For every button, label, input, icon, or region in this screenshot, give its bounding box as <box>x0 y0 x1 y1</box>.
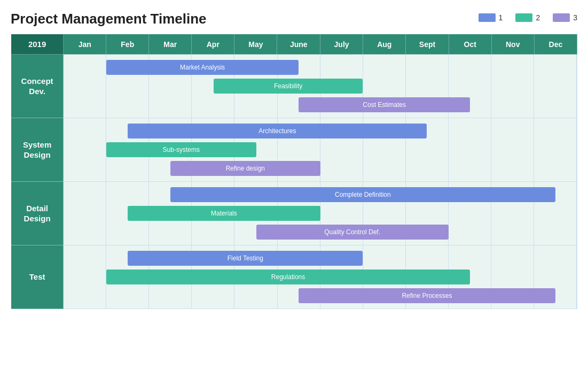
bar-label-test-1: Regulations <box>106 270 470 284</box>
bar-test-2: Refine Processes <box>64 288 577 303</box>
month-header-feb: Feb <box>106 34 149 55</box>
month-header-june: June <box>277 34 320 55</box>
bar-label-detail-design-2: Quality Control Def. <box>256 225 449 240</box>
bar-label-concept-dev-1: Feasibility <box>214 79 363 94</box>
bar-label-detail-design-1: Materials <box>128 206 320 221</box>
bar-system-design-1: Sub-systems <box>64 142 577 157</box>
bar-label-system-design-0: Architectures <box>128 124 427 138</box>
bar-concept-dev-0: Market Analysis <box>64 60 577 75</box>
month-header-dec: Dec <box>534 34 577 55</box>
month-header-nov: Nov <box>491 34 534 55</box>
bar-detail-design-2: Quality Control Def. <box>64 225 577 240</box>
legend: 123 <box>479 13 577 22</box>
month-header-may: May <box>234 34 277 55</box>
section-label-test: Test <box>11 245 64 309</box>
month-header-oct: Oct <box>449 34 491 55</box>
month-header-jan: Jan <box>64 34 106 55</box>
legend-item-1: 1 <box>479 13 503 22</box>
bar-label-detail-design-0: Complete Definition <box>170 187 555 202</box>
section-content-concept-dev: Market AnalysisFeasibilityCost Estimates <box>64 55 577 118</box>
section-content-system-design: ArchitecturesSub-systemsRefine design <box>64 118 577 182</box>
month-header-apr: Apr <box>192 34 234 55</box>
bar-test-0: Field Testing <box>64 251 577 266</box>
year-header: 2019 <box>11 34 64 55</box>
bar-label-system-design-2: Refine design <box>170 161 320 176</box>
month-header-aug: Aug <box>363 34 406 55</box>
bar-concept-dev-1: Feasibility <box>64 79 577 94</box>
section-content-test: Field TestingRegulationsRefine Processes <box>64 245 577 309</box>
month-header-july: July <box>320 34 363 55</box>
month-header-mar: Mar <box>149 34 192 55</box>
bar-concept-dev-2: Cost Estimates <box>64 97 577 112</box>
month-header-sept: Sept <box>406 34 449 55</box>
bar-label-concept-dev-0: Market Analysis <box>106 60 299 75</box>
bar-system-design-0: Architectures <box>64 124 577 138</box>
bar-system-design-2: Refine design <box>64 161 577 176</box>
section-label-concept-dev: ConceptDev. <box>11 55 64 118</box>
section-content-detail-design: Complete DefinitionMaterialsQuality Cont… <box>64 182 577 245</box>
bar-label-test-2: Refine Processes <box>299 288 555 303</box>
legend-item-2: 2 <box>515 13 540 22</box>
bar-label-system-design-1: Sub-systems <box>106 142 256 157</box>
bar-detail-design-1: Materials <box>64 206 577 221</box>
gantt-chart: 2019JanFebMarAprMayJuneJulyAugSeptOctNov… <box>11 34 577 309</box>
bar-label-concept-dev-2: Cost Estimates <box>299 97 470 112</box>
bar-label-test-0: Field Testing <box>128 251 363 266</box>
section-label-system-design: SystemDesign <box>11 118 64 182</box>
section-label-detail-design: DetailDesign <box>11 182 64 245</box>
legend-item-3: 3 <box>553 13 577 22</box>
bar-test-1: Regulations <box>64 270 577 284</box>
bar-detail-design-0: Complete Definition <box>64 187 577 202</box>
